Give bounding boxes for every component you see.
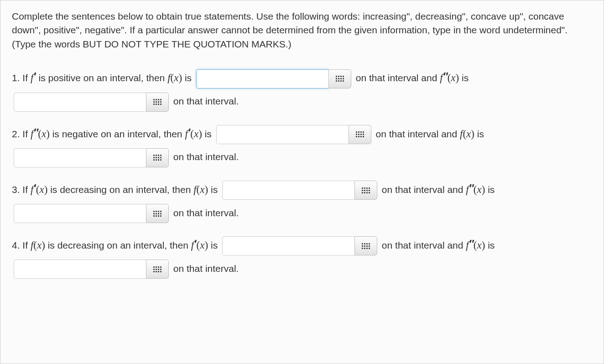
keypad-button[interactable] bbox=[328, 69, 351, 88]
keypad-button[interactable] bbox=[349, 125, 371, 144]
question-2: 2. If f″(x) is negative on an interval, … bbox=[12, 121, 592, 168]
q3-lead: If bbox=[22, 184, 31, 195]
q4-cond-fn: f(x) bbox=[31, 239, 45, 251]
q4-mid: on that interval and bbox=[382, 240, 466, 250]
question-3: 3. If f′(x) is decreasing on an interval… bbox=[12, 177, 592, 224]
q3-end: on that interval. bbox=[173, 208, 239, 218]
problem-container: Complete the sentences below to obtain t… bbox=[0, 0, 604, 364]
q1-target2-fn: f″(x) bbox=[440, 72, 459, 83]
keypad-icon bbox=[362, 243, 370, 249]
answer-input-q3-b[interactable] bbox=[14, 204, 146, 223]
q2-t1-is: is bbox=[202, 129, 214, 139]
question-4: 4. If f(x) is decreasing on an interval,… bbox=[12, 232, 592, 280]
q3-target1-fn: f(x) bbox=[193, 184, 208, 195]
q1-cond-fn: f′ bbox=[31, 72, 36, 83]
q1-t1-is: is bbox=[182, 73, 194, 83]
q1-lead: If bbox=[22, 73, 31, 83]
q1-num: 1. bbox=[12, 73, 20, 83]
keypad-button[interactable] bbox=[146, 93, 169, 112]
keypad-button[interactable] bbox=[354, 181, 377, 200]
q3-t2-is: is bbox=[485, 184, 495, 195]
answer-input-q1-b[interactable] bbox=[14, 93, 146, 112]
q2-input1-wrap bbox=[216, 125, 371, 144]
q4-end: on that interval. bbox=[173, 263, 239, 274]
q2-lead: If bbox=[22, 129, 31, 139]
answer-input-q2-b[interactable] bbox=[14, 148, 146, 167]
q4-input2-wrap bbox=[14, 260, 169, 279]
q2-input2-wrap bbox=[14, 148, 169, 167]
question-1: 1. If f′ is positive on an interval, the… bbox=[12, 65, 592, 112]
keypad-icon bbox=[153, 211, 161, 217]
q3-cond-fn: f′(x) bbox=[31, 184, 47, 195]
keypad-button[interactable] bbox=[146, 204, 169, 223]
q4-t2-is: is bbox=[485, 240, 495, 250]
q4-cond-rest: is decreasing on an interval, then bbox=[45, 240, 191, 250]
q4-t1-is: is bbox=[208, 240, 220, 250]
q3-t1-is: is bbox=[208, 184, 220, 195]
answer-input-q4-b[interactable] bbox=[14, 260, 146, 279]
q3-cond-rest: is decreasing on an interval, then bbox=[47, 184, 193, 195]
q4-target2-fn: f″(x) bbox=[466, 239, 485, 251]
keypad-icon bbox=[336, 76, 344, 82]
q2-t2-is: is bbox=[474, 129, 484, 139]
q1-t2-is: is bbox=[459, 73, 469, 83]
answer-input-q1-a[interactable] bbox=[196, 69, 328, 88]
q4-input1-wrap bbox=[222, 236, 377, 255]
q2-end: on that interval. bbox=[173, 151, 239, 162]
instructions-text: Complete the sentences below to obtain t… bbox=[12, 10, 592, 51]
keypad-button[interactable] bbox=[354, 236, 377, 255]
keypad-icon bbox=[356, 131, 364, 137]
answer-input-q4-a[interactable] bbox=[222, 236, 354, 255]
q1-mid: on that interval and bbox=[356, 73, 440, 83]
q1-end: on that interval. bbox=[173, 96, 239, 106]
q1-cond-rest: is positive on an interval, then bbox=[36, 73, 167, 83]
q2-mid: on that interval and bbox=[376, 129, 460, 139]
q3-input1-wrap bbox=[222, 181, 377, 200]
q2-target1-fn: f′(x) bbox=[185, 128, 202, 140]
q3-target2-fn: f″(x) bbox=[466, 184, 485, 195]
q2-target2-fn: f(x) bbox=[460, 128, 474, 140]
keypad-button[interactable] bbox=[146, 148, 169, 167]
q2-cond-rest: is negative on an interval, then bbox=[50, 129, 185, 139]
keypad-icon bbox=[153, 99, 161, 105]
q3-mid: on that interval and bbox=[382, 184, 466, 195]
answer-input-q2-a[interactable] bbox=[216, 125, 349, 144]
keypad-icon bbox=[153, 266, 161, 272]
q2-cond-fn: f″(x) bbox=[31, 128, 50, 140]
q3-input2-wrap bbox=[14, 204, 169, 223]
q4-lead: If bbox=[22, 240, 31, 250]
q1-input2-wrap bbox=[14, 93, 169, 112]
keypad-icon bbox=[362, 187, 370, 193]
keypad-button[interactable] bbox=[146, 260, 169, 279]
q1-target1-fn: f(x) bbox=[167, 72, 182, 83]
keypad-icon bbox=[153, 155, 161, 161]
q3-num: 3. bbox=[12, 184, 20, 195]
q1-input1-wrap bbox=[196, 69, 351, 88]
q4-num: 4. bbox=[12, 240, 20, 250]
q4-target1-fn: f′(x) bbox=[191, 239, 208, 251]
q2-num: 2. bbox=[12, 129, 20, 139]
answer-input-q3-a[interactable] bbox=[222, 181, 354, 200]
